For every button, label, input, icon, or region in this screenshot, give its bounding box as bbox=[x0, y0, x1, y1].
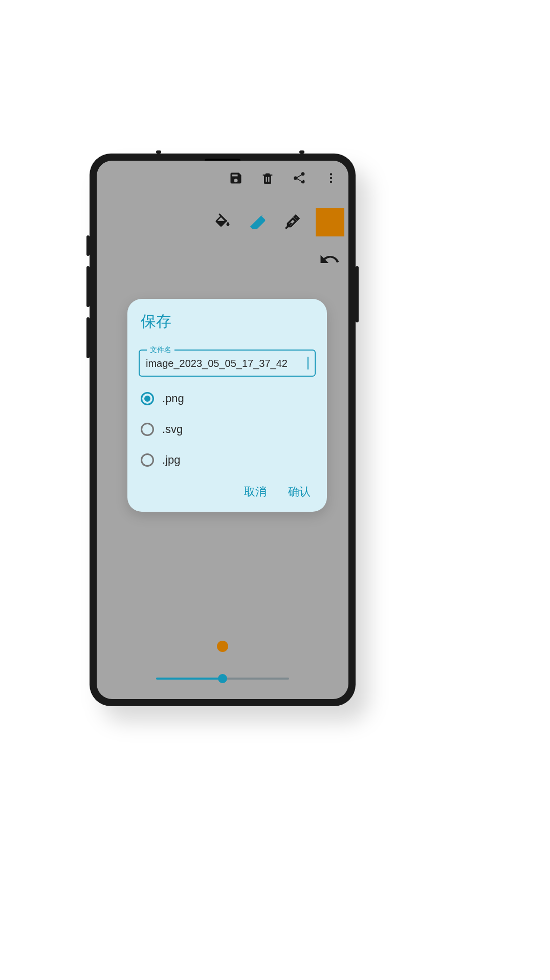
brush-preview-dot bbox=[217, 641, 228, 652]
svg-point-2 bbox=[330, 181, 332, 183]
radio-label: .png bbox=[162, 392, 184, 405]
tool-row bbox=[211, 208, 344, 236]
dialog-actions: 取消 确认 bbox=[139, 484, 316, 503]
eyedropper-icon[interactable] bbox=[281, 211, 303, 233]
brush-size-slider[interactable] bbox=[156, 672, 289, 685]
format-option-png[interactable]: .png bbox=[141, 392, 316, 405]
filename-field[interactable]: 文件名 bbox=[139, 350, 316, 377]
delete-icon[interactable] bbox=[259, 170, 276, 186]
side-button bbox=[86, 235, 90, 256]
share-icon[interactable] bbox=[291, 170, 307, 186]
volume-up-button bbox=[86, 266, 90, 307]
slider-track-inactive bbox=[223, 678, 289, 680]
slider-track-active bbox=[156, 678, 223, 680]
slider-thumb[interactable] bbox=[218, 674, 227, 683]
filename-input[interactable] bbox=[146, 358, 309, 369]
cancel-button[interactable]: 取消 bbox=[244, 484, 267, 499]
format-option-jpg[interactable]: .jpg bbox=[141, 453, 316, 467]
app-screen: 保存 文件名 .png .svg .jpg bbox=[97, 161, 348, 699]
text-cursor bbox=[307, 357, 309, 369]
volume-down-button bbox=[86, 317, 90, 358]
svg-point-1 bbox=[330, 177, 332, 179]
eraser-icon[interactable] bbox=[246, 211, 269, 233]
format-radio-group: .png .svg .jpg bbox=[139, 392, 316, 467]
radio-icon bbox=[141, 423, 154, 436]
color-swatch[interactable] bbox=[316, 208, 344, 236]
radio-label: .svg bbox=[162, 423, 183, 436]
phone-sensor bbox=[299, 150, 304, 154]
phone-frame: 保存 文件名 .png .svg .jpg bbox=[90, 154, 356, 706]
radio-label: .jpg bbox=[162, 453, 180, 467]
confirm-button[interactable]: 确认 bbox=[288, 484, 311, 499]
save-icon[interactable] bbox=[228, 170, 244, 186]
phone-sensor bbox=[156, 150, 161, 154]
app-bar bbox=[228, 170, 344, 186]
dialog-title: 保存 bbox=[141, 311, 316, 332]
svg-point-0 bbox=[330, 173, 332, 175]
undo-icon[interactable] bbox=[319, 249, 340, 272]
format-option-svg[interactable]: .svg bbox=[141, 423, 316, 436]
radio-icon bbox=[141, 392, 154, 405]
radio-icon bbox=[141, 453, 154, 467]
menu-dots-icon[interactable] bbox=[323, 170, 339, 186]
fill-bucket-icon[interactable] bbox=[211, 211, 234, 233]
save-dialog: 保存 文件名 .png .svg .jpg bbox=[127, 299, 327, 512]
power-button bbox=[356, 266, 359, 322]
filename-label: 文件名 bbox=[147, 345, 174, 355]
